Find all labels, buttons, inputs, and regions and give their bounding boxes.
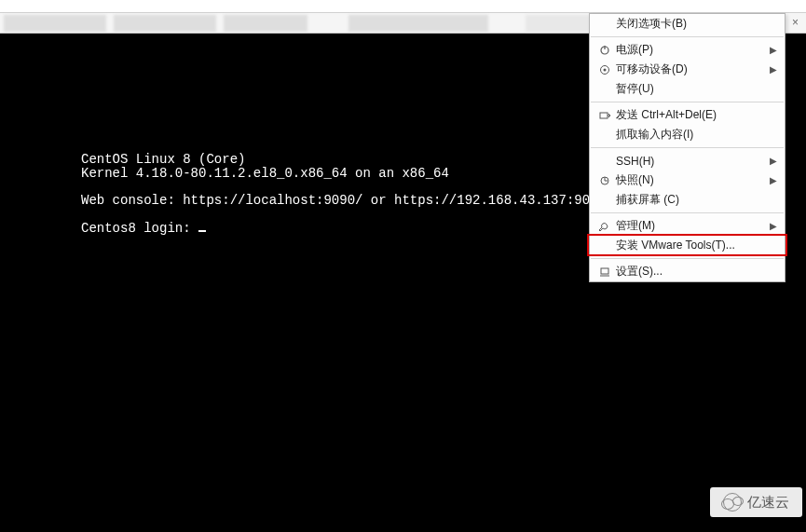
menu-capture-screen[interactable]: 捕获屏幕 (C) <box>590 190 785 210</box>
svg-point-3 <box>604 68 607 71</box>
vm-tab[interactable] <box>114 15 216 32</box>
menu-separator <box>591 36 784 37</box>
menu-label: 可移动设备(D) <box>614 61 766 77</box>
menu-ssh[interactable]: SSH(H) ▶ <box>590 151 785 171</box>
vm-context-menu: 关闭选项卡(B) 电源(P) ▶ 可移动设备(D) ▶ 暂停(U) 发送 Ctr… <box>589 13 786 282</box>
chevron-right-icon: ▶ <box>770 64 777 75</box>
menu-label: 快照(N) <box>614 172 766 188</box>
watermark: 亿速云 <box>710 487 802 517</box>
power-icon <box>595 45 614 56</box>
svg-rect-4 <box>600 113 608 118</box>
wrench-icon <box>595 221 614 232</box>
cloud-icon <box>723 493 742 512</box>
vm-tab[interactable] <box>224 15 307 32</box>
menu-label: 暂停(U) <box>614 81 777 97</box>
login-prompt: Centos8 login: <box>81 221 198 236</box>
vm-tab[interactable] <box>348 15 488 32</box>
menu-label: 电源(P) <box>614 42 766 58</box>
vm-tab-active[interactable] <box>526 15 591 32</box>
menu-send-ctrl-alt-del[interactable]: 发送 Ctrl+Alt+Del(E) <box>590 105 785 125</box>
menu-manage[interactable]: 管理(M) ▶ <box>590 216 785 236</box>
menu-label: SSH(H) <box>614 155 766 168</box>
menu-label: 捕获屏幕 (C) <box>614 192 777 208</box>
menu-separator <box>591 147 784 148</box>
menu-label: 抓取输入内容(I) <box>614 127 777 143</box>
menu-settings[interactable]: 设置(S)... <box>590 262 785 281</box>
snapshot-icon <box>595 175 614 186</box>
watermark-text: 亿速云 <box>747 494 789 512</box>
send-icon <box>595 110 614 121</box>
menu-separator <box>591 102 784 102</box>
menu-pause[interactable]: 暂停(U) <box>590 79 785 99</box>
menu-close-tab[interactable]: 关闭选项卡(B) <box>590 14 785 34</box>
device-icon <box>595 64 614 75</box>
chevron-right-icon: ▶ <box>770 156 777 166</box>
chevron-right-icon: ▶ <box>770 221 777 231</box>
vm-tab[interactable] <box>4 15 106 32</box>
terminal-line: Kernel 4.18.0-80.11.2.el8_0.x86_64 on an… <box>81 166 449 181</box>
terminal-line: CentOS Linux 8 (Core) <box>81 152 245 167</box>
menu-separator <box>591 212 784 213</box>
menu-label: 设置(S)... <box>614 264 777 280</box>
close-tab-icon[interactable]: × <box>792 16 799 29</box>
terminal-line: Web console: https://localhost:9090/ or … <box>81 193 613 208</box>
terminal-output[interactable]: CentOS Linux 8 (Core) Kernel 4.18.0-80.1… <box>81 153 613 236</box>
cursor <box>198 230 206 232</box>
menu-label: 安装 VMware Tools(T)... <box>614 238 777 253</box>
window-titlebar <box>0 0 806 13</box>
settings-icon <box>595 266 614 278</box>
menu-grab-input[interactable]: 抓取输入内容(I) <box>590 125 785 144</box>
menu-power[interactable]: 电源(P) ▶ <box>590 40 785 60</box>
menu-label: 发送 Ctrl+Alt+Del(E) <box>614 107 777 123</box>
menu-label: 管理(M) <box>614 218 766 234</box>
menu-install-vmware-tools[interactable]: 安装 VMware Tools(T)... <box>590 236 785 255</box>
menu-removable-devices[interactable]: 可移动设备(D) ▶ <box>590 60 785 79</box>
menu-separator <box>591 258 784 259</box>
chevron-right-icon: ▶ <box>770 175 777 185</box>
chevron-right-icon: ▶ <box>770 45 777 55</box>
menu-label: 关闭选项卡(B) <box>614 16 777 32</box>
svg-rect-6 <box>601 268 608 274</box>
menu-snapshot[interactable]: 快照(N) ▶ <box>590 171 785 190</box>
